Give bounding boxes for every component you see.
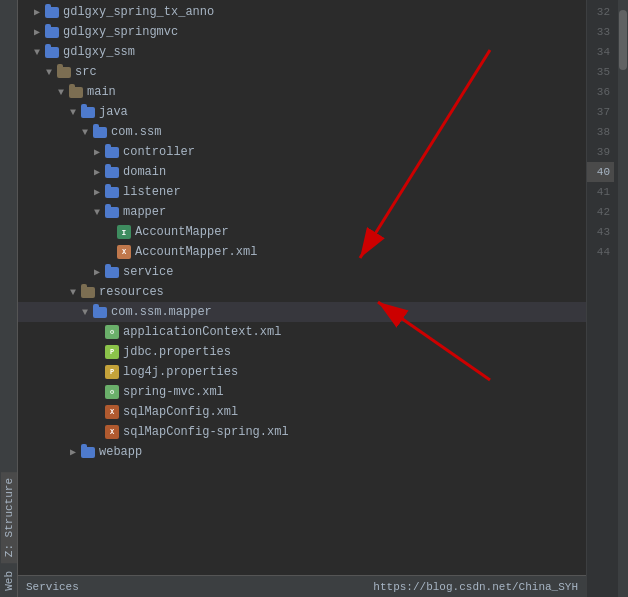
line-number: 41 [587, 182, 614, 202]
tree-arrow[interactable]: ▶ [90, 146, 104, 158]
tree-item-label: com.ssm.mapper [111, 305, 582, 319]
scrollbar[interactable] [618, 0, 628, 597]
tree-item-label: service [123, 265, 582, 279]
side-tabs-panel: Z: Structure Web [0, 0, 18, 597]
status-bar: Services https://blog.csdn.net/China_SYH [18, 575, 586, 597]
tree-item[interactable]: Plog4j.properties [18, 362, 586, 382]
tree-arrow[interactable]: ▶ [66, 446, 80, 458]
tree-item[interactable]: ▶domain [18, 162, 586, 182]
tree-item[interactable]: XsqlMapConfig.xml [18, 402, 586, 422]
tree-item-label: mapper [123, 205, 582, 219]
tree-item-icon [80, 444, 96, 460]
tree-item[interactable]: ▼com.ssm.mapper [18, 302, 586, 322]
tree-item-icon [104, 144, 120, 160]
line-number: 34 [587, 42, 614, 62]
tree-item[interactable]: XsqlMapConfig-spring.xml [18, 422, 586, 442]
line-number: 33 [587, 22, 614, 42]
tree-item-icon: P [104, 344, 120, 360]
tree-item-label: controller [123, 145, 582, 159]
tree-item[interactable]: ▶gdlgxy_springmvc [18, 22, 586, 42]
line-number: 43 [587, 222, 614, 242]
tree-item[interactable]: ▶webapp [18, 442, 586, 462]
tree-item[interactable]: Pjdbc.properties [18, 342, 586, 362]
tree-item-label: log4j.properties [123, 365, 582, 379]
tree-item[interactable]: ▼com.ssm [18, 122, 586, 142]
line-numbers-panel: 32333435363738394041424344 [586, 0, 618, 597]
tree-item-icon: X [104, 404, 120, 420]
tree-item-icon [104, 184, 120, 200]
tree-item-icon [104, 164, 120, 180]
tree-item-label: sqlMapConfig.xml [123, 405, 582, 419]
tree-item-icon: P [104, 364, 120, 380]
tree-arrow[interactable]: ▶ [90, 186, 104, 198]
line-number: 42 [587, 202, 614, 222]
tree-item-icon: X [116, 244, 132, 260]
tree-item-icon [56, 64, 72, 80]
tree-item-icon [80, 284, 96, 300]
tree-item-icon [104, 204, 120, 220]
tree-item-icon [80, 104, 96, 120]
web-tab[interactable]: Web [1, 565, 17, 597]
tree-item-label: com.ssm [111, 125, 582, 139]
tree-item-label: java [99, 105, 582, 119]
tree-item-icon: X [104, 424, 120, 440]
tree-arrow[interactable]: ▼ [90, 207, 104, 218]
tree-arrow[interactable]: ▶ [30, 6, 44, 18]
tree-item[interactable]: ▶controller [18, 142, 586, 162]
tree-item[interactable]: ▶gdlgxy_spring_tx_anno [18, 2, 586, 22]
tree-arrow[interactable]: ▶ [90, 266, 104, 278]
tree-arrow[interactable]: ▼ [30, 47, 44, 58]
tree-item-label: src [75, 65, 582, 79]
tree-arrow[interactable]: ▶ [30, 26, 44, 38]
tree-item[interactable]: ▼main [18, 82, 586, 102]
tree-item-icon [44, 4, 60, 20]
tree-item-label: listener [123, 185, 582, 199]
tree-arrow[interactable]: ▼ [66, 107, 80, 118]
content-area: ▶gdlgxy_spring_tx_anno▶gdlgxy_springmvc▼… [18, 0, 586, 597]
line-number: 40 [587, 162, 614, 182]
tree-arrow[interactable]: ▼ [42, 67, 56, 78]
tree-item-icon: ⚙ [104, 384, 120, 400]
tree-item-label: resources [99, 285, 582, 299]
tree-item-label: applicationContext.xml [123, 325, 582, 339]
tree-item[interactable]: ▼src [18, 62, 586, 82]
tree-item[interactable]: ▶service [18, 262, 586, 282]
tree-item-label: AccountMapper [135, 225, 582, 239]
tree-item[interactable]: ▼java [18, 102, 586, 122]
tree-item-label: AccountMapper.xml [135, 245, 582, 259]
tree-item-icon: I [116, 224, 132, 240]
tree-item[interactable]: IAccountMapper [18, 222, 586, 242]
tree-item[interactable]: XAccountMapper.xml [18, 242, 586, 262]
line-number: 39 [587, 142, 614, 162]
tree-item-label: main [87, 85, 582, 99]
tree-item-label: webapp [99, 445, 582, 459]
line-number: 44 [587, 242, 614, 262]
tree-item-icon [44, 44, 60, 60]
tree-item[interactable]: ▼mapper [18, 202, 586, 222]
tree-item-label: domain [123, 165, 582, 179]
tree-arrow[interactable]: ▼ [78, 127, 92, 138]
file-tree: ▶gdlgxy_spring_tx_anno▶gdlgxy_springmvc▼… [18, 0, 586, 575]
line-number: 32 [587, 2, 614, 22]
tree-arrow[interactable]: ▼ [54, 87, 68, 98]
tree-item-label: gdlgxy_springmvc [63, 25, 582, 39]
tree-item[interactable]: ⚙applicationContext.xml [18, 322, 586, 342]
url-label: https://blog.csdn.net/China_SYH [373, 581, 578, 593]
structure-tab[interactable]: Z: Structure [1, 472, 17, 563]
scrollbar-thumb[interactable] [619, 10, 627, 70]
tree-item[interactable]: ▶listener [18, 182, 586, 202]
tree-arrow[interactable]: ▶ [90, 166, 104, 178]
line-number: 35 [587, 62, 614, 82]
tree-item[interactable]: ▼gdlgxy_ssm [18, 42, 586, 62]
tree-item-label: gdlgxy_ssm [63, 45, 582, 59]
tree-item-label: jdbc.properties [123, 345, 582, 359]
tree-item-icon [104, 264, 120, 280]
tree-arrow[interactable]: ▼ [78, 307, 92, 318]
tree-item[interactable]: ⚙spring-mvc.xml [18, 382, 586, 402]
tree-item[interactable]: ▼resources [18, 282, 586, 302]
line-number: 37 [587, 102, 614, 122]
tree-item-icon: ⚙ [104, 324, 120, 340]
services-label: Services [26, 581, 79, 593]
tree-arrow[interactable]: ▼ [66, 287, 80, 298]
tree-item-label: spring-mvc.xml [123, 385, 582, 399]
